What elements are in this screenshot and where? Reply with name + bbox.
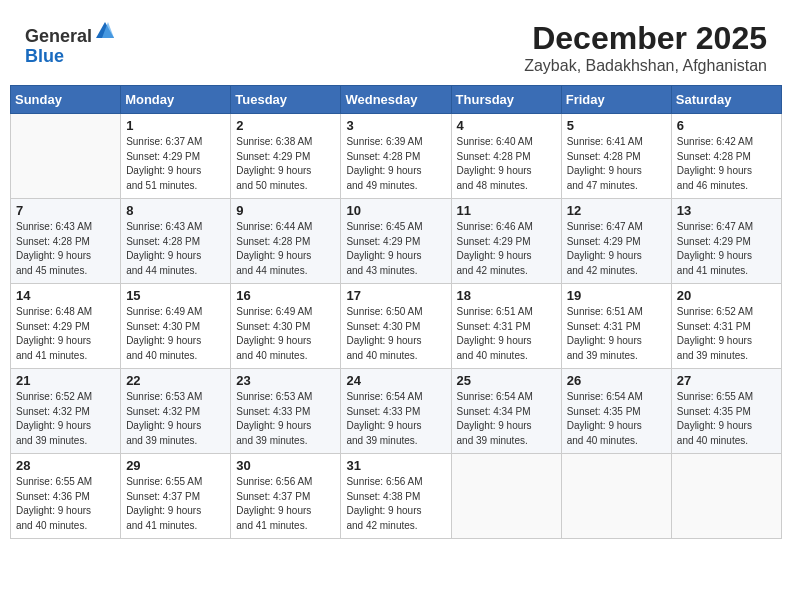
day-info: Sunrise: 6:49 AMSunset: 4:30 PMDaylight:… xyxy=(236,305,335,363)
day-number: 21 xyxy=(16,373,115,388)
calendar-header-row: SundayMondayTuesdayWednesdayThursdayFrid… xyxy=(11,86,782,114)
calendar-header-saturday: Saturday xyxy=(671,86,781,114)
calendar-table: SundayMondayTuesdayWednesdayThursdayFrid… xyxy=(10,85,782,539)
calendar-cell: 15 Sunrise: 6:49 AMSunset: 4:30 PMDaylig… xyxy=(121,284,231,369)
day-number: 10 xyxy=(346,203,445,218)
calendar-cell: 31 Sunrise: 6:56 AMSunset: 4:38 PMDaylig… xyxy=(341,454,451,539)
calendar-cell xyxy=(11,114,121,199)
day-number: 15 xyxy=(126,288,225,303)
calendar-header-wednesday: Wednesday xyxy=(341,86,451,114)
calendar-cell: 28 Sunrise: 6:55 AMSunset: 4:36 PMDaylig… xyxy=(11,454,121,539)
day-number: 2 xyxy=(236,118,335,133)
day-info: Sunrise: 6:38 AMSunset: 4:29 PMDaylight:… xyxy=(236,135,335,193)
calendar-cell: 25 Sunrise: 6:54 AMSunset: 4:34 PMDaylig… xyxy=(451,369,561,454)
calendar-cell: 11 Sunrise: 6:46 AMSunset: 4:29 PMDaylig… xyxy=(451,199,561,284)
calendar-cell: 30 Sunrise: 6:56 AMSunset: 4:37 PMDaylig… xyxy=(231,454,341,539)
day-info: Sunrise: 6:47 AMSunset: 4:29 PMDaylight:… xyxy=(567,220,666,278)
day-number: 14 xyxy=(16,288,115,303)
calendar-cell: 1 Sunrise: 6:37 AMSunset: 4:29 PMDayligh… xyxy=(121,114,231,199)
day-number: 26 xyxy=(567,373,666,388)
logo: General Blue xyxy=(25,20,116,67)
day-number: 16 xyxy=(236,288,335,303)
calendar-cell xyxy=(451,454,561,539)
day-number: 19 xyxy=(567,288,666,303)
calendar-cell: 9 Sunrise: 6:44 AMSunset: 4:28 PMDayligh… xyxy=(231,199,341,284)
calendar-cell: 4 Sunrise: 6:40 AMSunset: 4:28 PMDayligh… xyxy=(451,114,561,199)
calendar-cell: 20 Sunrise: 6:52 AMSunset: 4:31 PMDaylig… xyxy=(671,284,781,369)
day-number: 24 xyxy=(346,373,445,388)
day-number: 28 xyxy=(16,458,115,473)
logo-icon xyxy=(94,20,116,42)
day-info: Sunrise: 6:42 AMSunset: 4:28 PMDaylight:… xyxy=(677,135,776,193)
calendar-header-monday: Monday xyxy=(121,86,231,114)
calendar-cell: 10 Sunrise: 6:45 AMSunset: 4:29 PMDaylig… xyxy=(341,199,451,284)
day-info: Sunrise: 6:49 AMSunset: 4:30 PMDaylight:… xyxy=(126,305,225,363)
day-info: Sunrise: 6:40 AMSunset: 4:28 PMDaylight:… xyxy=(457,135,556,193)
day-info: Sunrise: 6:44 AMSunset: 4:28 PMDaylight:… xyxy=(236,220,335,278)
calendar-cell: 13 Sunrise: 6:47 AMSunset: 4:29 PMDaylig… xyxy=(671,199,781,284)
calendar-header-friday: Friday xyxy=(561,86,671,114)
day-number: 20 xyxy=(677,288,776,303)
day-number: 27 xyxy=(677,373,776,388)
page-subtitle: Zaybak, Badakhshan, Afghanistan xyxy=(524,57,767,75)
day-info: Sunrise: 6:39 AMSunset: 4:28 PMDaylight:… xyxy=(346,135,445,193)
week-row-4: 21 Sunrise: 6:52 AMSunset: 4:32 PMDaylig… xyxy=(11,369,782,454)
calendar-cell: 7 Sunrise: 6:43 AMSunset: 4:28 PMDayligh… xyxy=(11,199,121,284)
day-number: 18 xyxy=(457,288,556,303)
day-number: 7 xyxy=(16,203,115,218)
calendar-cell: 5 Sunrise: 6:41 AMSunset: 4:28 PMDayligh… xyxy=(561,114,671,199)
calendar-cell: 16 Sunrise: 6:49 AMSunset: 4:30 PMDaylig… xyxy=(231,284,341,369)
day-number: 25 xyxy=(457,373,556,388)
calendar-cell xyxy=(671,454,781,539)
calendar-header-thursday: Thursday xyxy=(451,86,561,114)
calendar-cell: 14 Sunrise: 6:48 AMSunset: 4:29 PMDaylig… xyxy=(11,284,121,369)
calendar-cell: 17 Sunrise: 6:50 AMSunset: 4:30 PMDaylig… xyxy=(341,284,451,369)
day-info: Sunrise: 6:50 AMSunset: 4:30 PMDaylight:… xyxy=(346,305,445,363)
day-info: Sunrise: 6:54 AMSunset: 4:33 PMDaylight:… xyxy=(346,390,445,448)
day-info: Sunrise: 6:51 AMSunset: 4:31 PMDaylight:… xyxy=(567,305,666,363)
day-number: 13 xyxy=(677,203,776,218)
day-info: Sunrise: 6:55 AMSunset: 4:37 PMDaylight:… xyxy=(126,475,225,533)
day-info: Sunrise: 6:56 AMSunset: 4:38 PMDaylight:… xyxy=(346,475,445,533)
day-number: 23 xyxy=(236,373,335,388)
title-block: December 2025 Zaybak, Badakhshan, Afghan… xyxy=(524,20,767,75)
day-number: 1 xyxy=(126,118,225,133)
day-number: 31 xyxy=(346,458,445,473)
week-row-1: 1 Sunrise: 6:37 AMSunset: 4:29 PMDayligh… xyxy=(11,114,782,199)
calendar-cell xyxy=(561,454,671,539)
day-number: 9 xyxy=(236,203,335,218)
calendar-cell: 12 Sunrise: 6:47 AMSunset: 4:29 PMDaylig… xyxy=(561,199,671,284)
day-info: Sunrise: 6:53 AMSunset: 4:32 PMDaylight:… xyxy=(126,390,225,448)
day-info: Sunrise: 6:46 AMSunset: 4:29 PMDaylight:… xyxy=(457,220,556,278)
day-info: Sunrise: 6:43 AMSunset: 4:28 PMDaylight:… xyxy=(126,220,225,278)
day-number: 30 xyxy=(236,458,335,473)
day-info: Sunrise: 6:37 AMSunset: 4:29 PMDaylight:… xyxy=(126,135,225,193)
calendar-cell: 2 Sunrise: 6:38 AMSunset: 4:29 PMDayligh… xyxy=(231,114,341,199)
day-info: Sunrise: 6:48 AMSunset: 4:29 PMDaylight:… xyxy=(16,305,115,363)
day-info: Sunrise: 6:54 AMSunset: 4:34 PMDaylight:… xyxy=(457,390,556,448)
calendar-cell: 23 Sunrise: 6:53 AMSunset: 4:33 PMDaylig… xyxy=(231,369,341,454)
day-info: Sunrise: 6:56 AMSunset: 4:37 PMDaylight:… xyxy=(236,475,335,533)
calendar-header-sunday: Sunday xyxy=(11,86,121,114)
day-info: Sunrise: 6:52 AMSunset: 4:32 PMDaylight:… xyxy=(16,390,115,448)
day-info: Sunrise: 6:55 AMSunset: 4:36 PMDaylight:… xyxy=(16,475,115,533)
day-info: Sunrise: 6:47 AMSunset: 4:29 PMDaylight:… xyxy=(677,220,776,278)
day-number: 8 xyxy=(126,203,225,218)
week-row-2: 7 Sunrise: 6:43 AMSunset: 4:28 PMDayligh… xyxy=(11,199,782,284)
day-number: 22 xyxy=(126,373,225,388)
day-info: Sunrise: 6:43 AMSunset: 4:28 PMDaylight:… xyxy=(16,220,115,278)
day-number: 3 xyxy=(346,118,445,133)
calendar-cell: 24 Sunrise: 6:54 AMSunset: 4:33 PMDaylig… xyxy=(341,369,451,454)
week-row-5: 28 Sunrise: 6:55 AMSunset: 4:36 PMDaylig… xyxy=(11,454,782,539)
logo-blue: Blue xyxy=(25,46,64,66)
day-number: 6 xyxy=(677,118,776,133)
calendar-cell: 3 Sunrise: 6:39 AMSunset: 4:28 PMDayligh… xyxy=(341,114,451,199)
day-info: Sunrise: 6:41 AMSunset: 4:28 PMDaylight:… xyxy=(567,135,666,193)
calendar-cell: 22 Sunrise: 6:53 AMSunset: 4:32 PMDaylig… xyxy=(121,369,231,454)
calendar-cell: 18 Sunrise: 6:51 AMSunset: 4:31 PMDaylig… xyxy=(451,284,561,369)
day-info: Sunrise: 6:53 AMSunset: 4:33 PMDaylight:… xyxy=(236,390,335,448)
calendar-cell: 6 Sunrise: 6:42 AMSunset: 4:28 PMDayligh… xyxy=(671,114,781,199)
calendar-cell: 27 Sunrise: 6:55 AMSunset: 4:35 PMDaylig… xyxy=(671,369,781,454)
calendar-cell: 21 Sunrise: 6:52 AMSunset: 4:32 PMDaylig… xyxy=(11,369,121,454)
calendar-cell: 19 Sunrise: 6:51 AMSunset: 4:31 PMDaylig… xyxy=(561,284,671,369)
